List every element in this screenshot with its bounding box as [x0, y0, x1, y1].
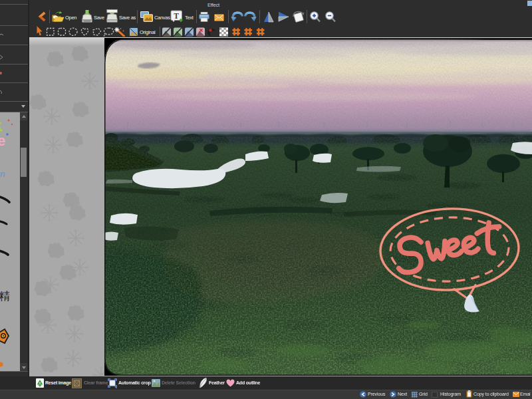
svg-text:e: e [0, 132, 5, 149]
svg-text:精: 精 [0, 290, 10, 303]
svg-text:gn: gn [0, 169, 5, 179]
svg-text:T: T [174, 12, 179, 20]
